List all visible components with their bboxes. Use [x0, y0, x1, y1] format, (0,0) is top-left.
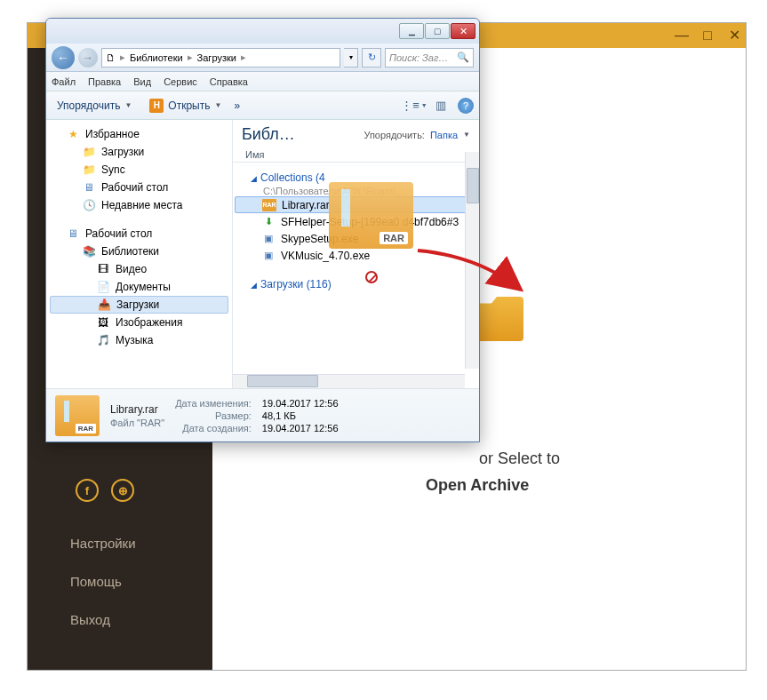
details-modified-value: 19.04.2017 12:56 [262, 398, 339, 409]
help-button[interactable]: ? [458, 98, 474, 114]
close-button[interactable]: ✕ [451, 23, 475, 39]
search-icon: 🔍 [457, 52, 469, 63]
nav-downloads[interactable]: 📁Загрузки [46, 143, 232, 161]
explorer-window: ▁ ▢ ✕ ← → 🗋 ▸ Библиотеки ▸ Загрузки ▸ ▾ … [45, 18, 480, 442]
maximize-button[interactable]: ▢ [425, 23, 450, 39]
breadcrumb-libraries[interactable]: Библиотеки [130, 52, 183, 63]
chevron-down-icon: ▼ [124, 101, 132, 109]
downloads-icon: 📥 [97, 298, 111, 312]
images-icon: 🖼 [96, 315, 110, 330]
video-icon: 🎞 [96, 262, 110, 276]
file-vkmusic[interactable]: ▣VKMusic_4.70.exe [235, 247, 472, 264]
exe-icon: ▣ [261, 233, 276, 245]
libraries-icon: 📚 [82, 244, 96, 259]
details-pane: Library.rar Файл "RAR" Дата изменения: Р… [46, 388, 479, 441]
details-modified-label: Дата изменения: [175, 398, 252, 409]
explorer-titlebar[interactable]: ▁ ▢ ✕ [46, 19, 479, 44]
toolbar: Упорядочить ▼ H Открыть ▼ » ⋮≡▼ ▥ ? [46, 91, 479, 120]
nav-video[interactable]: 🎞Видео [46, 260, 232, 278]
breadcrumb-sep: ▸ [241, 52, 246, 63]
no-drop-icon [365, 271, 378, 283]
breadcrumb-sep: ▸ [188, 52, 193, 63]
refresh-button[interactable]: ↻ [362, 48, 381, 68]
address-bar-row: ← → 🗋 ▸ Библиотеки ▸ Загрузки ▸ ▾ ↻ Поис… [46, 44, 479, 72]
folder-icon: 📁 [82, 163, 96, 177]
details-created-label: Дата создания: [182, 423, 252, 434]
details-size-value: 48,1 КБ [262, 410, 339, 421]
address-dropdown[interactable]: ▾ [344, 48, 358, 68]
menu-file[interactable]: Файл [52, 76, 76, 87]
breadcrumb-downloads[interactable]: Загрузки [197, 52, 236, 63]
nav-images[interactable]: 🖼Изображения [46, 314, 232, 331]
sort-label: Упорядочить: [364, 130, 425, 140]
exit-link[interactable]: Выход [70, 612, 212, 627]
file-thumbnail [55, 395, 100, 436]
app-icon: H [149, 99, 164, 113]
details-filetype: Файл "RAR" [110, 418, 164, 428]
exe-icon: ▣ [261, 250, 276, 262]
location-icon: 🗋 [106, 52, 116, 63]
preview-pane-button[interactable]: ▥ [431, 97, 451, 115]
nav-music[interactable]: 🎵Музыка [46, 331, 232, 349]
website-icon[interactable]: ⊕ [111, 479, 134, 502]
menu-view[interactable]: Вид [133, 76, 151, 87]
sort-by-folder[interactable]: Папка [430, 130, 458, 140]
organize-button[interactable]: Упорядочить ▼ [52, 97, 137, 115]
nav-favorites[interactable]: ★Избранное [46, 125, 232, 143]
file-list-pane: Библ… Упорядочить: Папка ▼ Имя ◢Collecti… [233, 120, 479, 388]
download-icon: ⬇ [261, 216, 276, 228]
menu-help[interactable]: Справка [210, 76, 248, 87]
recent-icon: 🕓 [82, 198, 96, 212]
desktop-icon: 🖥 [66, 227, 80, 241]
search-input[interactable]: Поиск: Заг… 🔍 [385, 48, 474, 68]
drop-hint-text: or Select to [479, 449, 560, 468]
details-filename: Library.rar [110, 403, 164, 416]
facebook-icon[interactable]: f [76, 479, 99, 502]
navigation-pane: ★Избранное 📁Загрузки 📁Sync 🖥Рабочий стол… [46, 120, 233, 388]
breadcrumb-bar[interactable]: 🗋 ▸ Библиотеки ▸ Загрузки ▸ [101, 48, 340, 68]
drag-ghost-icon [329, 182, 413, 249]
nav-desktop-root[interactable]: 🖥Рабочий стол [46, 225, 232, 243]
menu-bar: Файл Правка Вид Сервис Справка [46, 72, 479, 91]
chevron-down-icon[interactable]: ▼ [463, 131, 470, 139]
horizontal-scrollbar[interactable] [233, 374, 465, 388]
maximize-button[interactable]: □ [701, 29, 714, 42]
close-button[interactable]: ✕ [728, 29, 740, 42]
view-mode-button[interactable]: ⋮≡▼ [404, 97, 424, 115]
scrollbar-thumb[interactable] [247, 375, 318, 387]
details-created-value: 19.04.2017 12:56 [262, 423, 339, 434]
open-button[interactable]: H Открыть ▼ [144, 96, 227, 115]
open-archive-text: Open Archive [426, 476, 529, 495]
vertical-scrollbar[interactable] [465, 152, 479, 369]
library-title: Библ… [242, 125, 295, 144]
search-placeholder: Поиск: Заг… [389, 52, 448, 63]
minimize-button[interactable]: ▁ [399, 23, 424, 39]
details-size-label: Размер: [215, 410, 252, 421]
open-label: Открыть [168, 99, 210, 112]
menu-edit[interactable]: Правка [88, 76, 121, 87]
scrollbar-thumb[interactable] [467, 168, 479, 203]
menu-service[interactable]: Сервис [164, 76, 197, 87]
documents-icon: 📄 [96, 280, 110, 294]
nav-sync[interactable]: 📁Sync [46, 161, 232, 179]
chevron-down-icon: ▼ [214, 101, 221, 109]
nav-desktop[interactable]: 🖥Рабочий стол [46, 179, 232, 196]
desktop-icon: 🖥 [82, 180, 96, 195]
group-downloads[interactable]: ◢Загрузки (116) [235, 273, 472, 292]
star-icon: ★ [66, 127, 80, 141]
social-links: f ⊕ [76, 479, 212, 502]
nav-recent[interactable]: 🕓Недавние места [46, 196, 232, 214]
nav-back-button[interactable]: ← [52, 46, 75, 69]
column-header-name[interactable]: Имя [233, 147, 479, 163]
nav-documents[interactable]: 📄Документы [46, 278, 232, 296]
music-icon: 🎵 [96, 333, 110, 347]
minimize-button[interactable]: — [675, 29, 687, 42]
organize-label: Упорядочить [57, 99, 120, 112]
breadcrumb-sep: ▸ [120, 52, 125, 63]
nav-forward-button[interactable]: → [78, 48, 98, 68]
nav-libraries[interactable]: 📚Библиотеки [46, 243, 232, 260]
settings-link[interactable]: Настройки [70, 536, 212, 551]
help-link[interactable]: Помощь [70, 574, 212, 589]
nav-downloads-lib[interactable]: 📥Загрузки [50, 296, 228, 314]
more-button[interactable]: » [234, 99, 240, 112]
